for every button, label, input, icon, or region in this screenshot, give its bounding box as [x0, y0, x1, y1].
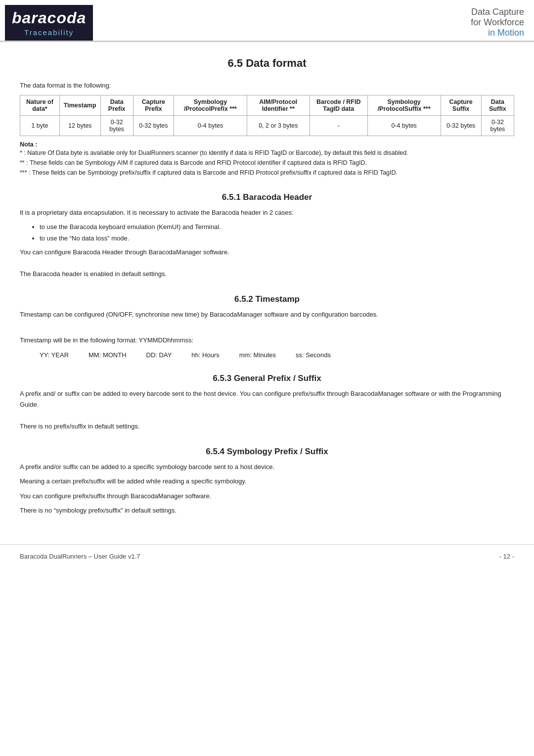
- nota-line-2: *** : These fields can be Symbology pref…: [20, 168, 514, 178]
- intro-text: The data format is the following:: [20, 82, 514, 89]
- ts-0: YY: YEAR: [40, 351, 69, 359]
- bullet-0: to use the Baracoda keyboard emulation (…: [40, 222, 514, 233]
- section-651-bullets: to use the Baracoda keyboard emulation (…: [40, 222, 514, 243]
- nota-lines: * : Nature Of Data byte is available onl…: [20, 148, 514, 178]
- section-653-para2: There is no prefix/suffix in default set…: [20, 421, 514, 431]
- cell-5: 0, 2 or 3 bytes: [247, 116, 310, 136]
- col-header-1: Timestamp: [59, 95, 100, 116]
- cell-7: 0-4 bytes: [367, 116, 441, 136]
- section-651-title: 6.5.1 Baracoda Header: [20, 192, 514, 202]
- section-652-para2: Timestamp will be in the following forma…: [20, 335, 514, 345]
- col-header-9: Data Suffix: [481, 95, 514, 116]
- cell-0: 1 byte: [20, 116, 60, 136]
- col-header-7: Symbology /ProtocolSuffix ***: [367, 95, 441, 116]
- data-format-table: Nature of data* Timestamp Data Prefix Ca…: [20, 95, 514, 136]
- header-right: Data Capture for Workforce in Motion: [471, 5, 524, 38]
- section-654-title: 6.5.4 Symbology Prefix / Suffix: [20, 447, 514, 457]
- page-header: baracoda Traceability Data Capture for W…: [0, 0, 534, 42]
- logo-traceability: Traceability: [12, 28, 86, 37]
- col-header-2: Data Prefix: [100, 95, 133, 116]
- ts-4: mm: Minutes: [239, 351, 276, 359]
- ts-5: ss: Seconds: [296, 351, 331, 359]
- cell-3: 0-32 bytes: [133, 116, 174, 136]
- nota-label: Nota :: [20, 141, 37, 148]
- section-652-para1: Timestamp can be configured (ON/OFF, syn…: [20, 309, 514, 320]
- logo-area: baracoda Traceability: [5, 5, 93, 41]
- table-row: 1 byte 12 bytes 0-32 bytes 0-32 bytes 0-…: [20, 116, 514, 136]
- header-for-workforce: for Workforce: [471, 17, 524, 28]
- cell-2: 0-32 bytes: [100, 116, 133, 136]
- section-651-para2: You can configure Baracoda Header throug…: [20, 247, 514, 257]
- section-651-para3: The Baracoda header is enabled in defaul…: [20, 269, 514, 279]
- ts-1: MM: MONTH: [89, 351, 127, 359]
- section-653-title: 6.5.3 General Prefix / Suffix: [20, 374, 514, 383]
- cell-9: 0-32 bytes: [481, 116, 514, 136]
- section-654-para3: You can configure prefix/suffix through …: [20, 491, 514, 501]
- ts-3: hh: Hours: [191, 351, 219, 359]
- footer-left: Baracoda DualRunners – User Guide v1.7: [20, 553, 140, 560]
- ts-2: DD: DAY: [146, 351, 172, 359]
- nota-line-0: * : Nature Of Data byte is available onl…: [20, 148, 514, 158]
- section-654-para4: There is no “symbology prefix/suffix” in…: [20, 505, 514, 516]
- cell-4: 0-4 bytes: [174, 116, 247, 136]
- cell-8: 0-32 bytes: [441, 116, 481, 136]
- header-data-capture: Data Capture: [471, 7, 524, 17]
- nota-line-1: ** : These fields can be Symbology AIM i…: [20, 158, 514, 168]
- col-header-3: Capture Prefix: [133, 95, 174, 116]
- cell-1: 12 bytes: [59, 116, 100, 136]
- header-in-motion: in Motion: [471, 28, 524, 38]
- page-title: 6.5 Data format: [20, 57, 514, 70]
- nota-section: Nota : * : Nature Of Data byte is availa…: [20, 141, 514, 178]
- page-footer: Baracoda DualRunners – User Guide v1.7 -…: [0, 544, 534, 565]
- footer-right: - 12 -: [499, 553, 514, 560]
- timestamp-row: YY: YEAR MM: MONTH DD: DAY hh: Hours mm:…: [40, 351, 514, 359]
- section-654-para2: Meaning a certain prefix/suffix will be …: [20, 476, 514, 486]
- cell-6: -: [310, 116, 367, 136]
- logo-box: baracoda Traceability: [5, 5, 93, 41]
- col-header-0: Nature of data*: [20, 95, 60, 116]
- section-652-title: 6.5.2 Timestamp: [20, 294, 514, 304]
- col-header-8: Capture Suffix: [441, 95, 481, 116]
- section-653-para1: A prefix and/ or suffix can be added to …: [20, 388, 514, 410]
- section-651-para1: It is a proprietary data encapsulation. …: [20, 207, 514, 218]
- section-654-para1: A prefix and/or suffix can be added to a…: [20, 462, 514, 472]
- bullet-1: to use the “No data loss” mode.: [40, 233, 514, 244]
- col-header-6: Barcode / RFID TagID data: [310, 95, 367, 116]
- logo-baracoda: baracoda: [12, 9, 86, 27]
- col-header-5: AIM/Protocol Identifier **: [247, 95, 310, 116]
- main-content: 6.5 Data format The data format is the f…: [0, 42, 534, 534]
- col-header-4: Symbology /ProtocolPrefix ***: [174, 95, 247, 116]
